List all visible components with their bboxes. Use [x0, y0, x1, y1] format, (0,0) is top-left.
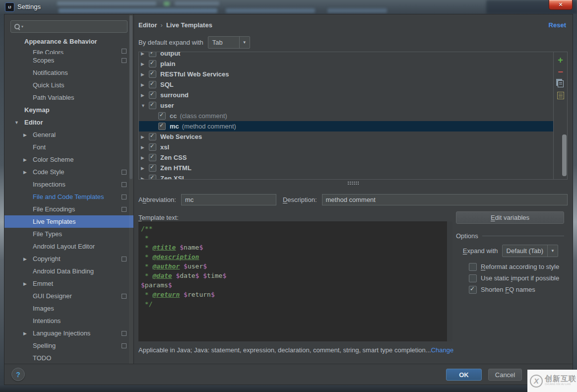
checkbox[interactable]	[149, 133, 156, 140]
expander-icon[interactable]: ▶	[23, 331, 30, 336]
editor-scrollbar[interactable]	[447, 221, 452, 341]
template-row[interactable]: ▶ Web Services	[139, 131, 553, 142]
template-row[interactable]: ▶ xsl	[139, 142, 553, 152]
expander-icon[interactable]: ▶	[23, 257, 30, 261]
sidebar-item[interactable]: ▶ Copyright	[4, 253, 133, 265]
option-checkbox-row[interactable]: Reformat according to style	[456, 261, 564, 272]
scrollbar-thumb[interactable]	[129, 15, 132, 179]
checkbox[interactable]	[149, 164, 156, 172]
sidebar-item[interactable]: File Encodings	[4, 203, 133, 215]
chevron-down-icon[interactable]: ▼	[239, 37, 250, 48]
sidebar-item[interactable]: ▶ Language Injections	[4, 327, 133, 339]
expander-icon[interactable]: ▶	[141, 134, 149, 139]
expander-icon[interactable]: ▶	[23, 132, 30, 137]
expander-icon[interactable]: ▼	[14, 120, 21, 125]
sidebar-item[interactable]: Inspections	[4, 178, 133, 191]
chevron-down-icon[interactable]: ▼	[547, 245, 558, 257]
sidebar-item[interactable]: GUI Designer	[4, 290, 133, 302]
sidebar-item[interactable]: Font	[4, 141, 133, 153]
help-button[interactable]: ?	[11, 368, 25, 381]
expander-icon[interactable]: ▶	[141, 166, 149, 171]
checkbox[interactable]	[149, 60, 156, 67]
cancel-button[interactable]: Cancel	[488, 369, 522, 381]
template-row[interactable]: cc (class comment)	[139, 111, 553, 121]
checkbox[interactable]	[149, 175, 156, 179]
sidebar-item[interactable]: File Colors	[4, 48, 133, 54]
restore-defaults-button[interactable]	[555, 90, 566, 101]
expander-icon[interactable]: ▶	[141, 52, 149, 56]
sidebar-item[interactable]: Android Layout Editor	[4, 240, 133, 253]
checkbox[interactable]	[149, 143, 156, 151]
description-field[interactable]	[322, 194, 568, 205]
sidebar-item[interactable]: ▶ Code Style	[4, 166, 133, 178]
expander-icon[interactable]: ▶	[23, 281, 30, 286]
sidebar-item[interactable]: Appearance & Behavior	[4, 35, 133, 48]
template-row[interactable]: ▶ Zen XSL	[139, 173, 553, 179]
titlebar[interactable]: IJ Settings ✕	[0, 0, 577, 14]
add-button[interactable]: +	[555, 55, 566, 65]
sidebar-item[interactable]: ▶ Emmet	[4, 277, 133, 290]
expand-with-select[interactable]: Default (Tab) ▼	[502, 245, 558, 257]
sidebar-item[interactable]: Live Templates	[4, 215, 133, 228]
template-row[interactable]: ▶ Zen CSS	[139, 152, 553, 163]
abbreviation-field[interactable]	[181, 194, 276, 205]
expander-icon[interactable]: ▶	[141, 155, 149, 160]
remove-button[interactable]: −	[555, 66, 566, 77]
template-row[interactable]: ▶ surround	[139, 90, 553, 100]
expander-icon[interactable]: ▶	[141, 93, 149, 98]
splitter-handle[interactable]	[347, 181, 359, 185]
expander-icon[interactable]: ▼	[141, 103, 149, 108]
expander-icon[interactable]: ▶	[141, 176, 149, 180]
checkbox[interactable]	[158, 123, 166, 130]
checkbox[interactable]	[149, 102, 156, 109]
template-text-editor[interactable]: /** * * @title $name$ * @description * @…	[138, 221, 452, 341]
template-row[interactable]: ▶ SQL	[139, 79, 553, 90]
sidebar-item[interactable]: Images	[4, 302, 133, 315]
sidebar-item[interactable]: Keymap	[4, 104, 133, 116]
sidebar-item[interactable]: ▶ Color Scheme	[4, 153, 133, 166]
expander-icon[interactable]: ▶	[23, 170, 30, 175]
template-row[interactable]: ▶ RESTful Web Services	[139, 69, 553, 79]
checkbox[interactable]	[469, 274, 477, 282]
checkbox[interactable]	[158, 112, 166, 120]
search-input[interactable]: ▾	[10, 20, 128, 33]
checkbox[interactable]	[469, 286, 477, 294]
sidebar-item[interactable]: TODO	[4, 352, 133, 364]
sidebar-item[interactable]: Quick Lists	[4, 79, 133, 91]
option-checkbox-row[interactable]: Use static import if possible	[456, 272, 564, 284]
checkbox[interactable]	[149, 52, 156, 57]
reset-link[interactable]: Reset	[549, 21, 566, 29]
template-row[interactable]: ▼ user	[139, 100, 553, 111]
checkbox[interactable]	[149, 91, 156, 99]
expander-icon[interactable]: ▶	[141, 62, 149, 66]
expander-icon[interactable]: ▶	[23, 157, 30, 162]
template-row[interactable]: ▶ plain	[139, 59, 553, 69]
sidebar-item[interactable]: ▼ Editor	[4, 116, 133, 129]
template-row[interactable]: ▶ output	[139, 52, 553, 59]
sidebar-item[interactable]: Intentions	[4, 315, 133, 327]
expander-icon[interactable]: ▶	[141, 82, 149, 87]
checkbox[interactable]	[149, 154, 156, 161]
change-link[interactable]: Change	[431, 346, 454, 354]
expander-icon[interactable]: ▶	[141, 145, 149, 150]
checkbox[interactable]	[149, 70, 156, 78]
sidebar-item[interactable]: Notifications	[4, 66, 133, 79]
breadcrumb-editor[interactable]: Editor	[138, 21, 157, 29]
sidebar-item[interactable]: Scopes	[4, 54, 133, 66]
sidebar-item[interactable]: File and Code Templates	[4, 191, 133, 203]
template-row[interactable]: ▶ Zen HTML	[139, 163, 553, 173]
checkbox[interactable]	[149, 81, 156, 88]
option-checkbox-row[interactable]: Shorten FQ names	[456, 284, 564, 295]
sidebar-scrollbar[interactable]	[129, 14, 133, 364]
expander-icon[interactable]: ▶	[141, 72, 149, 77]
default-expand-select[interactable]: Tab ▼	[208, 36, 250, 49]
duplicate-button[interactable]	[555, 78, 566, 89]
close-button[interactable]: ✕	[549, 0, 573, 10]
checkbox[interactable]	[469, 263, 477, 271]
template-row[interactable]: mc (method comment)	[139, 121, 553, 131]
sidebar-item[interactable]: ▶ General	[4, 129, 133, 141]
sidebar-item[interactable]: Android Data Binding	[4, 265, 133, 277]
ok-button[interactable]: OK	[446, 369, 482, 381]
sidebar-item[interactable]: File Types	[4, 228, 133, 240]
sidebar-item[interactable]: Spelling	[4, 339, 133, 352]
